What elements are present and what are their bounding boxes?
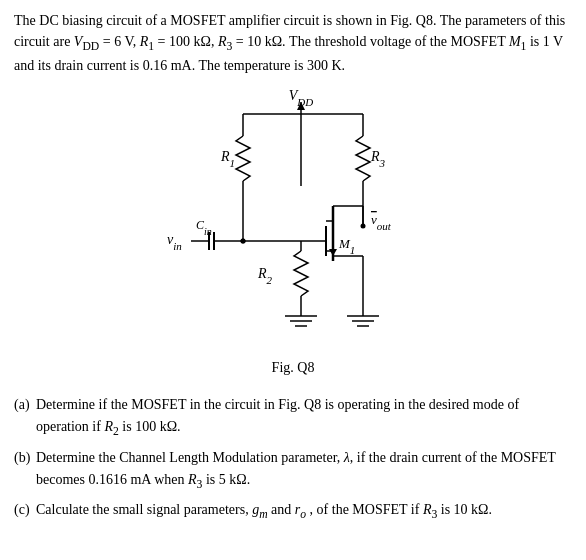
svg-text:vin: vin [167,232,182,252]
q-a-label: (a) [14,394,36,416]
fig-label: Fig. Q8 [272,360,315,376]
svg-text:R2: R2 [257,266,273,286]
question-a: (a) Determine if the MOSFET in the circu… [14,394,572,441]
svg-text:R3: R3 [370,149,386,169]
svg-point-41 [241,239,246,244]
svg-text:M1: M1 [338,236,355,256]
questions-section: (a) Determine if the MOSFET in the circu… [14,394,572,524]
q-a-text: Determine if the MOSFET in the circuit i… [36,394,572,441]
question-b: (b) Determine the Channel Length Modulat… [14,447,572,494]
svg-point-42 [361,224,366,229]
question-c: (c) Calculate the small signal parameter… [14,499,572,524]
q-c-text: Calculate the small signal parameters, g… [36,499,572,524]
svg-text:R1: R1 [220,149,235,169]
circuit-diagram: VDD R1 R3 vout R2 [14,86,572,386]
q-b-label: (b) [14,447,36,469]
svg-text:vout: vout [371,212,392,232]
svg-marker-39 [329,249,337,256]
q-c-label: (c) [14,499,36,521]
q-b-text: Determine the Channel Length Modulation … [36,447,572,494]
svg-text:Cin: Cin [196,218,212,237]
intro-paragraph: The DC biasing circuit of a MOSFET ampli… [14,10,572,76]
